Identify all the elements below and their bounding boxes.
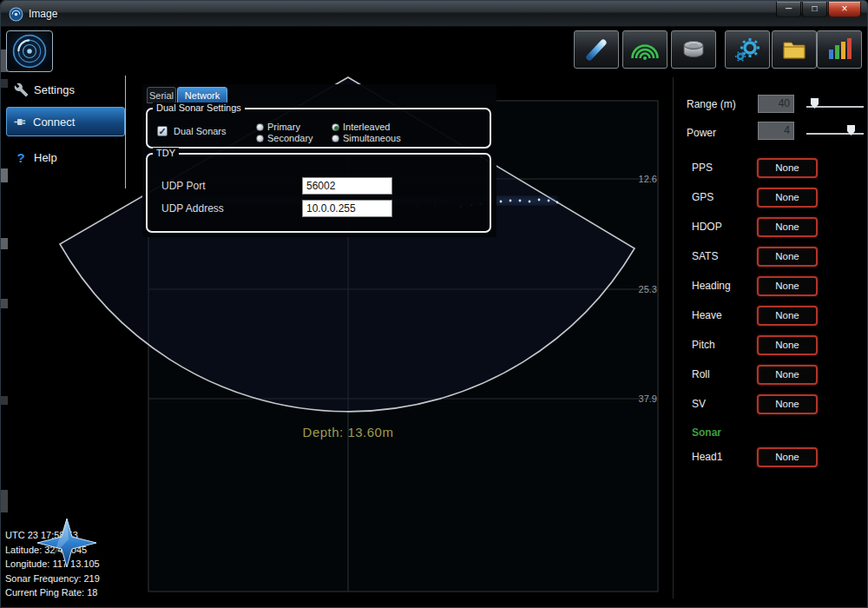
storage-icon xyxy=(679,35,708,64)
sensor-label-pitch: Pitch xyxy=(692,339,715,351)
sonar-logo-icon xyxy=(7,31,52,71)
status-ping-rate: Current Ping Rate: 18 xyxy=(5,587,97,598)
sonar-waves-icon xyxy=(630,35,660,64)
gear-icon xyxy=(733,35,762,64)
sensor-label-sats: SATS xyxy=(692,250,718,262)
toolbar-files-button[interactable] xyxy=(772,30,817,69)
toolbar-statistics-button[interactable] xyxy=(817,30,862,69)
sensor-label-hdop: HDOP xyxy=(692,221,722,233)
sonar-section-label: Sonar xyxy=(692,426,721,439)
sidebar-item-label: Help xyxy=(34,151,57,164)
udp-address-label: UDP Address xyxy=(161,202,224,215)
range-label: Range (m) xyxy=(687,98,736,110)
pitch-status-button[interactable]: None xyxy=(757,335,818,355)
application-window: Image ─ □ × xyxy=(0,0,868,608)
sidebar-separator xyxy=(125,76,126,188)
head1-status-button[interactable]: None xyxy=(757,447,818,467)
question-icon: ? xyxy=(8,150,34,165)
group-legend: TDY xyxy=(153,148,179,158)
pps-status-button[interactable]: None xyxy=(757,158,818,178)
status-sonar-frequency: Sonar Frequency: 219 xyxy=(5,573,100,584)
minimize-button[interactable]: ─ xyxy=(776,2,801,17)
connection-settings-panel: Serial Network Dual Sonar Settings ✓ Dua… xyxy=(142,84,496,237)
gps-status-button[interactable]: None xyxy=(757,188,818,208)
depth-readout: Depth: 13.60m xyxy=(261,425,435,439)
sensor-label-heave: Heave xyxy=(692,309,722,321)
close-button[interactable]: × xyxy=(828,2,861,17)
radio-primary[interactable] xyxy=(256,123,264,131)
radio-simultaneous[interactable] xyxy=(332,135,339,142)
compass-logo-icon xyxy=(36,518,98,568)
sidebar-item-label: Connect xyxy=(33,116,75,129)
dual-sonars-checkbox[interactable]: ✓ xyxy=(157,126,168,136)
panel-separator xyxy=(673,77,674,598)
udp-port-input[interactable] xyxy=(302,177,392,195)
hdop-status-button[interactable]: None xyxy=(757,217,818,237)
bar-chart-icon xyxy=(825,35,854,64)
toolbar-settings-button[interactable] xyxy=(725,30,770,69)
wrench-icon xyxy=(8,83,34,97)
sonar-logo-button[interactable] xyxy=(6,30,53,72)
radio-interleaved[interactable] xyxy=(332,123,339,131)
range-tick: 25.3 xyxy=(633,284,657,294)
power-label: Power xyxy=(687,127,716,139)
transducer-icon xyxy=(582,35,611,64)
range-tick: 37.9 xyxy=(633,393,657,404)
plug-icon xyxy=(7,115,33,129)
sensor-label-gps: GPS xyxy=(692,191,713,203)
group-legend: Dual Sonar Settings xyxy=(153,102,245,113)
range-value-box[interactable]: 40 xyxy=(758,95,794,113)
sidebar-item-label: Settings xyxy=(34,83,75,96)
checkbox-label: Dual Sonars xyxy=(174,126,227,136)
radio-label: Secondary xyxy=(267,133,313,143)
radio-label: Interleaved xyxy=(343,122,390,132)
range-tick: 12.6 xyxy=(633,174,657,184)
tab-network[interactable]: Network xyxy=(177,87,227,103)
sv-status-button[interactable]: None xyxy=(757,394,818,414)
roll-status-button[interactable]: None xyxy=(757,365,818,385)
maximize-button[interactable]: □ xyxy=(802,2,827,17)
sensor-label-roll: Roll xyxy=(692,368,710,380)
sensor-label-pps: PPS xyxy=(692,162,713,174)
toolbar-sonar-button[interactable] xyxy=(622,30,667,69)
head1-label: Head1 xyxy=(692,451,722,463)
title-bar: Image ─ □ × xyxy=(1,1,868,27)
power-slider[interactable] xyxy=(806,133,864,135)
udp-address-input[interactable] xyxy=(302,200,392,217)
heading-status-button[interactable]: None xyxy=(757,276,818,296)
tab-serial[interactable]: Serial xyxy=(147,87,176,103)
toolbar-storage-button[interactable] xyxy=(671,30,716,69)
sidebar-item-help[interactable]: ? Help xyxy=(8,145,124,169)
radio-label: Simultaneous xyxy=(343,133,401,143)
folder-icon xyxy=(779,35,809,64)
sensor-label-sv: SV xyxy=(692,398,706,410)
heave-status-button[interactable]: None xyxy=(757,306,818,326)
power-value-box[interactable]: 4 xyxy=(758,122,794,140)
sidebar-item-settings[interactable]: Settings xyxy=(8,77,124,102)
toolbar-transducer-button[interactable] xyxy=(574,30,619,69)
udp-port-label: UDP Port xyxy=(161,180,205,192)
radio-secondary[interactable] xyxy=(256,135,264,142)
sensor-label-heading: Heading xyxy=(692,280,731,292)
radio-label: Primary xyxy=(267,122,300,132)
sidebar-item-connect[interactable]: Connect xyxy=(6,107,125,136)
sats-status-button[interactable]: None xyxy=(757,247,818,267)
window-title: Image xyxy=(29,8,57,20)
app-icon xyxy=(9,7,23,22)
